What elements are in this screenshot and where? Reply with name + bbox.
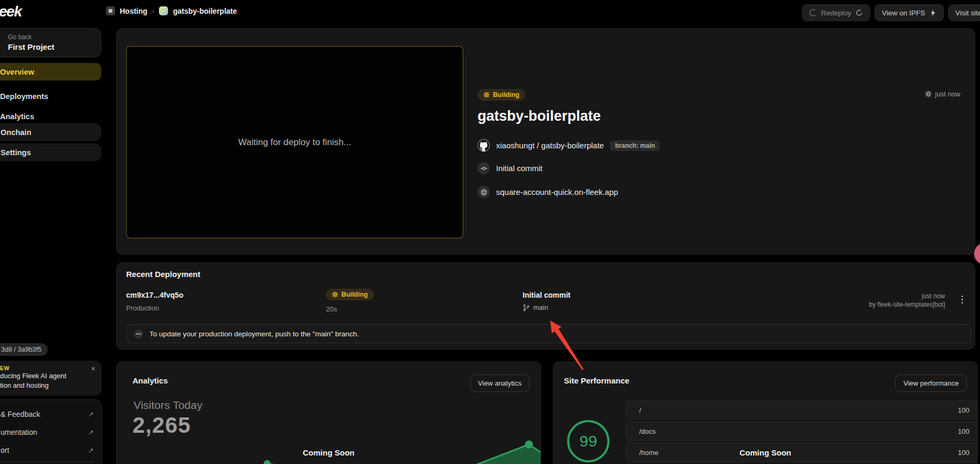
link-feedback[interactable]: & Feedback ↗ bbox=[1, 405, 94, 423]
fleek-dashboard: eek Hosting › gatsby-boilerplate Redeplo… bbox=[0, 0, 980, 464]
gear-icon bbox=[483, 92, 490, 98]
link-support[interactable]: ort ↗ bbox=[1, 441, 94, 459]
metric-label: Visitors Today bbox=[134, 399, 202, 412]
link-label: umentation bbox=[1, 428, 37, 436]
announcement-line2: tion and hosting bbox=[0, 381, 96, 390]
version-badge: 3d8 / 3a9b3f5 bbox=[0, 343, 48, 356]
refresh-icon bbox=[855, 9, 863, 16]
deployment-info-banner: To update your production deployment, pu… bbox=[126, 324, 972, 343]
help-links-card: & Feedback ↗ umentation ↗ ort ↗ bbox=[0, 399, 102, 464]
sidebar-item-analytics[interactable]: Analytics bbox=[0, 108, 101, 125]
gear-icon bbox=[925, 91, 932, 97]
sidebar-item-label: Settings bbox=[1, 148, 31, 157]
coming-soon-label: Coming Soon bbox=[553, 448, 977, 457]
last-updated: just now bbox=[925, 90, 960, 98]
redeploy-button[interactable]: Redeploy bbox=[802, 4, 870, 21]
page-path: / bbox=[639, 406, 641, 414]
view-performance-button[interactable]: View performance bbox=[895, 374, 967, 392]
external-link-icon: ↗ bbox=[88, 411, 94, 418]
link-documentation[interactable]: umentation ↗ bbox=[1, 423, 94, 441]
link-label: & Feedback bbox=[1, 410, 40, 418]
sidebar-item-settings[interactable]: Settings bbox=[0, 144, 101, 161]
external-link-icon: ↗ bbox=[88, 447, 94, 454]
domain-link[interactable]: square-account-quick.on-fleek.app bbox=[478, 186, 618, 198]
deploy-preview-frame: Waiting for deploy to finish... bbox=[126, 46, 463, 238]
section-heading: Analytics bbox=[133, 376, 168, 385]
sidebar-item-label: Overview bbox=[0, 68, 34, 76]
go-back-label: Go back bbox=[8, 33, 94, 41]
sidebar-item-onchain[interactable]: Onchain bbox=[0, 123, 101, 141]
view-analytics-button[interactable]: View analytics bbox=[470, 374, 529, 392]
coming-soon-label: Coming Soon bbox=[117, 448, 541, 457]
branch-badge: branch: main bbox=[610, 140, 659, 151]
performance-row: /docs 100 bbox=[626, 422, 978, 441]
status-badge: Building bbox=[326, 289, 374, 300]
info-message: To update your production deployment, pu… bbox=[149, 330, 359, 338]
lightning-icon bbox=[930, 10, 937, 16]
status-badge: Building bbox=[478, 89, 525, 101]
performance-row: / 100 bbox=[626, 400, 978, 420]
branch-name: main bbox=[533, 304, 548, 311]
spinner-icon bbox=[809, 9, 817, 16]
commit-message: Initial commit bbox=[523, 291, 570, 299]
page-path: /docs bbox=[639, 427, 656, 435]
commit-row: Initial commit bbox=[478, 162, 543, 174]
fleek-logo[interactable]: eek bbox=[0, 3, 21, 20]
page-score: 100 bbox=[958, 427, 969, 435]
breadcrumb-separator: › bbox=[152, 7, 154, 15]
deployment-id: cm9x17...4fvq5o bbox=[126, 291, 183, 299]
deployment-status-cell: Building 20s bbox=[326, 289, 374, 313]
sidebar-item-label: Onchain bbox=[1, 128, 31, 137]
deployment-commit-cell: Initial commit main bbox=[523, 291, 570, 311]
page-score: 100 bbox=[958, 406, 969, 414]
preview-message: Waiting for deploy to finish... bbox=[239, 137, 351, 148]
deployment-time-cell: just now by fleek-site-templates[bot] bbox=[869, 292, 945, 309]
repo-link[interactable]: xiaoshungt / gatsby-boilerplate branch: … bbox=[478, 139, 660, 151]
sidebar-item-label: Analytics bbox=[0, 112, 34, 121]
recent-deployment-card: Recent Deployment cm9x17...4fvq5o Produc… bbox=[116, 262, 975, 350]
sidebar-item-overview[interactable]: Overview bbox=[0, 63, 101, 81]
deployment-menu-button[interactable] bbox=[959, 293, 965, 306]
deployment-id-cell[interactable]: cm9x17...4fvq5o Production bbox=[126, 291, 183, 312]
project-overview-card: Waiting for deploy to finish... Building… bbox=[116, 28, 975, 255]
project-avatar bbox=[159, 6, 168, 15]
breadcrumb: Hosting › gatsby-boilerplate bbox=[106, 6, 237, 15]
page-title: gatsby-boilerplate bbox=[478, 108, 601, 124]
view-on-ipfs-button[interactable]: View on IPFS bbox=[875, 4, 944, 21]
go-back-card[interactable]: Go back First Project bbox=[0, 28, 101, 57]
external-link-icon: ↗ bbox=[88, 429, 94, 436]
environment-label: Production bbox=[126, 304, 183, 312]
hosting-icon bbox=[106, 6, 115, 15]
commit-icon bbox=[478, 162, 490, 174]
analytics-card: Analytics View analytics Visitors Today … bbox=[116, 361, 541, 464]
duration: 20s bbox=[326, 305, 374, 313]
project-name: First Project bbox=[8, 42, 94, 51]
announcement-line1: ducing Fleek AI agent bbox=[0, 371, 96, 381]
gear-icon bbox=[332, 291, 338, 298]
topbar-actions: Redeploy View on IPFS Visit site ↗ bbox=[802, 4, 980, 21]
section-heading: Recent Deployment bbox=[126, 270, 200, 279]
site-performance-card: Site Performance View performance 99 / 1… bbox=[553, 361, 978, 464]
sidebar-item-deployments[interactable]: Deployments bbox=[0, 87, 101, 105]
announcement-card[interactable]: EW × ducing Fleek AI agent tion and host… bbox=[0, 361, 102, 396]
breadcrumb-hosting[interactable]: Hosting bbox=[120, 7, 147, 15]
divider bbox=[1, 461, 94, 462]
branch-icon bbox=[523, 304, 530, 311]
breadcrumb-project[interactable]: gatsby-boilerplate bbox=[173, 7, 237, 15]
new-tag: EW bbox=[0, 365, 96, 371]
github-icon bbox=[478, 139, 490, 151]
section-heading: Site Performance bbox=[564, 376, 629, 385]
project-summary: Building just now gatsby-boilerplate xia… bbox=[478, 29, 965, 254]
globe-icon bbox=[478, 186, 490, 198]
link-label: ort bbox=[1, 446, 9, 454]
deployment-time: just now bbox=[869, 292, 945, 300]
sidebar-item-label: Deployments bbox=[0, 92, 48, 101]
metric-value: 2,265 bbox=[133, 413, 191, 438]
deployment-author: by fleek-site-templates[bot] bbox=[869, 300, 945, 309]
visit-site-button[interactable]: Visit site ↗ bbox=[948, 4, 980, 21]
close-icon[interactable]: × bbox=[91, 364, 95, 373]
chat-bubble-icon bbox=[134, 329, 144, 339]
